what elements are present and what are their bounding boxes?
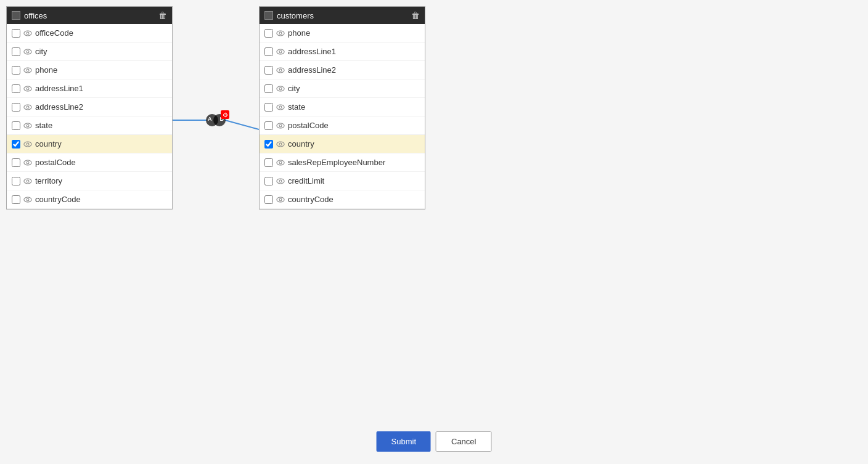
cancel-button[interactable]: Cancel [436, 431, 491, 452]
offices-fields-list: officeCode city phone addressLine1 addre… [7, 24, 172, 209]
customers-eye-icon-salesRepEmployeeNumber[interactable] [276, 158, 285, 168]
svg-point-26 [277, 68, 284, 73]
customers-fields-scroll[interactable]: phone addressLine1 addressLine2 city sta… [260, 24, 425, 209]
svg-point-5 [27, 69, 29, 71]
svg-point-30 [277, 105, 284, 110]
customers-field-name-addressLine2: addressLine2 [288, 65, 336, 75]
offices-field-name-officeCode: officeCode [35, 28, 73, 38]
offices-checkbox-countryCode[interactable] [12, 195, 20, 204]
offices-checkbox-city[interactable] [12, 47, 20, 56]
customers-checkbox-addressLine1[interactable] [264, 47, 273, 56]
customers-field-name-city: city [288, 84, 300, 93]
join-settings-icon[interactable]: ⚙ [221, 110, 229, 119]
offices-table-panel: offices 🗑 officeCode city phone addressL… [6, 6, 173, 210]
offices-field-row-phone: phone [7, 61, 172, 79]
offices-eye-icon-addressLine1[interactable] [23, 84, 33, 94]
offices-checkbox-territory[interactable] [12, 177, 20, 185]
customers-checkbox-country[interactable] [264, 140, 273, 149]
customers-checkbox-countryCode[interactable] [264, 195, 273, 204]
offices-eye-icon-state[interactable] [23, 121, 33, 131]
svg-line-21 [225, 120, 259, 129]
svg-point-34 [277, 142, 284, 147]
customers-eye-icon-addressLine2[interactable] [276, 65, 285, 75]
offices-eye-icon-postalCode[interactable] [23, 158, 33, 168]
offices-field-row-addressLine2: addressLine2 [7, 98, 172, 116]
join-node[interactable]: A B ⚙ [202, 112, 229, 129]
customers-checkbox-phone[interactable] [264, 29, 273, 38]
customers-eye-icon-city[interactable] [276, 84, 285, 94]
offices-field-name-country: country [35, 139, 62, 149]
join-label-a: A [208, 116, 212, 122]
offices-field-name-postalCode: postalCode [35, 158, 76, 167]
svg-point-7 [27, 88, 29, 90]
svg-point-13 [27, 143, 29, 145]
offices-checkbox-phone[interactable] [12, 66, 20, 75]
tables-container: offices 🗑 officeCode city phone addressL… [6, 6, 425, 234]
customers-field-name-postalCode: postalCode [288, 121, 329, 130]
customers-eye-icon-creditLimit[interactable] [276, 176, 285, 186]
offices-eye-icon-phone[interactable] [23, 65, 33, 75]
svg-point-3 [27, 51, 29, 53]
offices-checkbox-addressLine1[interactable] [12, 84, 20, 93]
customers-checkbox-creditLimit[interactable] [264, 177, 273, 185]
customers-field-row-phone: phone [260, 24, 425, 43]
svg-point-19 [27, 198, 29, 201]
offices-table-title: offices [24, 11, 47, 20]
offices-eye-icon-country[interactable] [23, 139, 33, 149]
svg-point-11 [27, 124, 29, 127]
offices-eye-icon-countryCode[interactable] [23, 195, 33, 205]
offices-eye-icon-officeCode[interactable] [23, 28, 33, 38]
customers-eye-icon-state[interactable] [276, 102, 285, 112]
customers-checkbox-state[interactable] [264, 103, 273, 112]
offices-field-row-postalCode: postalCode [7, 153, 172, 172]
offices-field-name-countryCode: countryCode [35, 195, 81, 204]
svg-point-27 [279, 69, 282, 71]
connector-area: A B ⚙ [173, 6, 259, 234]
svg-point-9 [27, 106, 29, 108]
submit-button[interactable]: Submit [377, 431, 431, 452]
svg-point-15 [27, 161, 29, 164]
customers-delete-icon[interactable]: 🗑 [411, 10, 420, 20]
offices-field-name-addressLine2: addressLine2 [35, 102, 83, 112]
offices-checkbox-addressLine2[interactable] [12, 103, 20, 112]
svg-point-39 [279, 180, 282, 182]
offices-field-row-addressLine1: addressLine1 [7, 79, 172, 98]
svg-point-41 [279, 198, 282, 201]
offices-checkbox-officeCode[interactable] [12, 29, 20, 38]
offices-delete-icon[interactable]: 🗑 [158, 10, 167, 20]
customers-checkbox-postalCode[interactable] [264, 121, 273, 130]
svg-point-2 [24, 49, 31, 54]
customers-fields-list: phone addressLine1 addressLine2 city sta… [260, 24, 425, 209]
customers-eye-icon-country[interactable] [276, 139, 285, 149]
svg-point-28 [277, 86, 284, 91]
customers-table-title: customers [277, 11, 314, 20]
offices-eye-icon-addressLine2[interactable] [23, 102, 33, 112]
offices-field-row-country: country [7, 135, 172, 153]
offices-field-row-state: state [7, 116, 172, 135]
customers-eye-icon-phone[interactable] [276, 28, 285, 38]
customers-table-icon [264, 11, 273, 20]
customers-checkbox-city[interactable] [264, 84, 273, 93]
customers-checkbox-addressLine2[interactable] [264, 66, 273, 75]
customers-field-name-salesRepEmployeeNumber: salesRepEmployeeNumber [288, 158, 385, 167]
customers-table-header: customers 🗑 [260, 7, 425, 24]
customers-checkbox-salesRepEmployeeNumber[interactable] [264, 158, 273, 167]
customers-field-row-salesRepEmployeeNumber: salesRepEmployeeNumber [260, 153, 425, 172]
customers-field-name-addressLine1: addressLine1 [288, 47, 336, 56]
offices-eye-icon-city[interactable] [23, 47, 33, 57]
offices-checkbox-postalCode[interactable] [12, 158, 20, 167]
offices-checkbox-state[interactable] [12, 121, 20, 130]
svg-point-35 [279, 143, 282, 145]
offices-field-name-state: state [35, 121, 52, 130]
customers-eye-icon-addressLine1[interactable] [276, 47, 285, 57]
offices-field-row-officeCode: officeCode [7, 24, 172, 43]
customers-eye-icon-postalCode[interactable] [276, 121, 285, 131]
svg-point-24 [277, 49, 284, 54]
customers-field-row-addressLine1: addressLine1 [260, 43, 425, 61]
offices-eye-icon-territory[interactable] [23, 176, 33, 186]
offices-field-row-territory: territory [7, 172, 172, 190]
svg-point-29 [279, 88, 282, 90]
offices-checkbox-country[interactable] [12, 140, 20, 149]
customers-field-row-country: country [260, 135, 425, 153]
customers-eye-icon-countryCode[interactable] [276, 195, 285, 205]
